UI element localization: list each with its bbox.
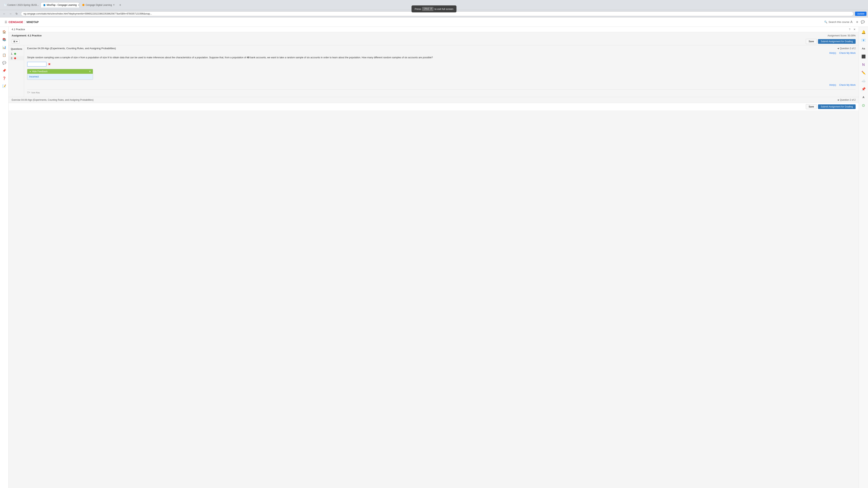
logo-area: ☰ (3, 19, 8, 25)
icon-key-symbol: ☐= (27, 91, 30, 94)
top-save-button[interactable]: Save (806, 39, 817, 44)
tab-2-close[interactable]: ✕ (113, 4, 115, 6)
sidebar-clipboard-icon[interactable]: 📋 (1, 52, 8, 59)
question-text: Simple random sampling uses a sample of … (27, 56, 856, 60)
table-tool-button[interactable]: ⊞ ▼ (11, 39, 20, 43)
toolbar-row: ⊞ ▼ Save Submit Assignment for Grading (8, 38, 859, 45)
right-icon-notifications[interactable]: 🔔 (860, 28, 867, 36)
sidebar-chat-icon[interactable]: 💬 (1, 59, 8, 66)
question-2-num: 2. (11, 57, 13, 60)
search-label: Search this course (829, 21, 849, 24)
update-button[interactable]: Update (855, 11, 866, 16)
hint-check-row-top: Hint(s) Check My Work (27, 52, 856, 55)
icon-toolbar: ⊞ ▼ (11, 39, 20, 43)
header-right-icon-3[interactable]: 💬 (861, 19, 865, 26)
question-1-num: 1. (11, 52, 13, 55)
feedback-header-left: ▼ Hide Feedback (29, 70, 48, 73)
cengage-header: ☰ CENGAGE MINDTAP 🔍 Search this course A… (0, 18, 868, 27)
right-icon-pencil[interactable]: ✏️ (860, 69, 867, 77)
tab-0-label: Content / 2023-Spring: BUSI... (7, 4, 39, 6)
search-icon: 🔍 (824, 21, 827, 24)
nav-buttons: ← → ↻ (2, 11, 19, 17)
right-icon-circle[interactable]: ⊙ (860, 101, 867, 109)
tab-2[interactable]: 🟠 Cengage Digital Learning ✕ (80, 2, 117, 7)
app-layout: ☰ CENGAGE MINDTAP 🔍 Search this course A… (0, 18, 868, 488)
keyboard-tooltip: Press (fn) F to exit full screen (411, 5, 457, 12)
delete-icon[interactable]: ✖ (48, 62, 51, 66)
bottom-save-button[interactable]: Save (806, 104, 817, 109)
hamburger-icon[interactable]: ☰ (3, 19, 8, 25)
header-icons: A ≡ 💬 (849, 19, 865, 26)
right-icon-bookmark[interactable]: 📌 (860, 85, 867, 93)
footer-question-nav: ◄ Question 2 of 2 (837, 99, 856, 101)
tab-0-close[interactable]: ✕ (40, 4, 40, 6)
cengage-text: CENGAGE (8, 20, 23, 24)
tab-1-close[interactable]: ✕ (78, 4, 80, 6)
check-my-work-top[interactable]: Check My Work (839, 52, 856, 55)
answer-area: ✖ (27, 62, 856, 67)
sidebar-chart-icon[interactable]: 📊 (1, 44, 8, 51)
right-icon-az[interactable]: Aa (860, 44, 867, 52)
search-container[interactable]: 🔍 Search this course (824, 21, 849, 24)
icon-key-label: Icon Key (31, 91, 40, 94)
feedback-incorrect-label: Incorrect (29, 75, 39, 78)
hint-check-row-bottom: Hint(s) Check My Work (27, 82, 856, 88)
question-item-2[interactable]: 2. (8, 56, 24, 60)
bottom-submit-button[interactable]: Submit Assignment for Grading (818, 104, 856, 109)
sidebar-book-icon[interactable]: 📚 (1, 36, 8, 43)
reload-button[interactable]: ↻ (14, 11, 19, 17)
right-icon-email[interactable]: 📧 (860, 36, 867, 44)
tooltip-after-text: to exit full screen (435, 7, 454, 10)
back-button[interactable]: ← (2, 11, 7, 17)
sidebar-pin-icon[interactable]: 📌 (1, 67, 8, 74)
questions-area: Questions 1. 2. (8, 45, 859, 97)
mindtap-label: MINDTAP (27, 21, 39, 24)
right-sidebar: 🔔 📧 Aa ⬛ N ✏️ ☁️ 📌 A ⊙ (859, 27, 868, 488)
sidebar-home-icon[interactable]: 🏠 (1, 28, 8, 35)
help-icon[interactable]: ? (849, 28, 850, 31)
feedback-arrow: ▼ (29, 70, 31, 73)
cengage-logo: CENGAGE (8, 20, 23, 24)
hint-link-top[interactable]: Hint(s) (829, 52, 836, 55)
exercise-footer: Exercise 04.09 Algo (Experiments, Counti… (8, 97, 859, 103)
icon-key: ☐= Icon Key (27, 90, 856, 95)
bottom-toolbar: Save Submit Assignment for Grading (8, 103, 859, 110)
sidebar-notes-icon[interactable]: 📝 (1, 83, 8, 90)
feedback-close-icon[interactable]: ✕ (89, 70, 91, 73)
assignment-title: Assignment: 4.1 Practice (11, 34, 42, 37)
exercise-header: Exercise 04.09 Algo (Experiments, Counti… (27, 47, 856, 50)
tab-1-label: MindTap - Cengage Learning (47, 4, 77, 6)
tab-1[interactable]: 📘 MindTap - Cengage Learning ✕ (41, 2, 80, 7)
tab-2-label: Cengage Digital Learning (86, 4, 112, 6)
feedback-header[interactable]: ▼ Hide Feedback ✕ (27, 69, 93, 74)
questions-label: Questions (8, 47, 24, 52)
tab-1-favicon: 📘 (43, 4, 45, 6)
table-icon: ⊞ (13, 40, 15, 43)
right-icon-font[interactable]: A (860, 93, 867, 101)
header-right-icon-1[interactable]: A (849, 19, 854, 26)
page-title-bar: 4.1 Practice ? ✕ (8, 27, 859, 32)
sidebar-help-icon[interactable]: ❓ (1, 75, 8, 82)
left-sidebar: 🏠 📚 📊 📋 💬 📌 ❓ 📝 (0, 27, 8, 488)
question-item-1[interactable]: 1. (8, 52, 24, 56)
right-icon-onenote[interactable]: N (860, 61, 867, 69)
add-tab-button[interactable]: + (117, 2, 123, 8)
tool-btn-label: ▼ (16, 40, 18, 42)
right-icon-office[interactable]: ⬛ (860, 53, 867, 60)
hint-link-bottom[interactable]: Hint(s) (829, 84, 836, 86)
assignment-score: Assignment Score: 50.00% (828, 34, 856, 37)
chrome-actions: Update (855, 11, 866, 16)
check-my-work-bottom[interactable]: Check My Work (839, 84, 856, 86)
tooltip-press-text: Press (414, 7, 421, 10)
questions-list: Questions 1. 2. (8, 45, 24, 97)
tooltip-key: (fn) F (422, 7, 433, 11)
header-right-icon-2[interactable]: ≡ (855, 19, 859, 26)
right-icon-cloud[interactable]: ☁️ (860, 77, 867, 85)
answer-input[interactable] (27, 62, 46, 67)
question-2-status (14, 57, 16, 59)
tab-0[interactable]: 📄 Content / 2023-Spring: BUSI... ✕ (2, 2, 40, 7)
close-icon[interactable]: ✕ (854, 28, 856, 31)
center-panel: 4.1 Practice ? ✕ Assignment: 4.1 Practic… (8, 27, 859, 488)
top-submit-button[interactable]: Submit Assignment for Grading (818, 39, 856, 44)
forward-button[interactable]: → (8, 11, 13, 17)
